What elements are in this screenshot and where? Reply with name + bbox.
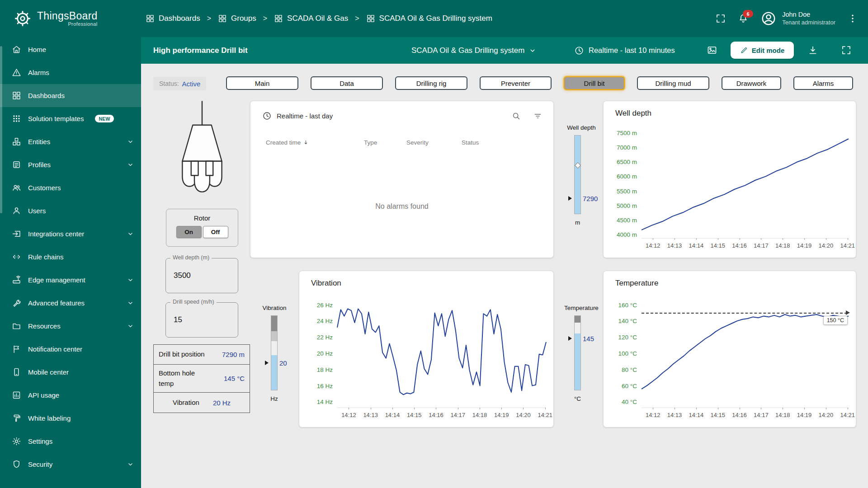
x-axis-tick-mark xyxy=(740,238,740,240)
gauge-title: Temperature xyxy=(560,305,603,311)
gear-logo-icon xyxy=(14,9,32,28)
y-axis-tick-label: 4000 m xyxy=(617,231,637,238)
sidebar-item-advanced-features[interactable]: Advanced features xyxy=(0,291,141,314)
state-button-drawwork[interactable]: Drawwork xyxy=(722,76,781,90)
sidebar-item-home[interactable]: Home xyxy=(0,38,141,61)
sidebar-item-mobile-center[interactable]: Mobile center xyxy=(0,361,141,384)
breadcrumb-label: SCADA Oil & Gas xyxy=(287,14,348,23)
x-axis-tick-mark xyxy=(718,238,718,240)
state-button-preventer[interactable]: Preventer xyxy=(480,76,552,90)
threshold-arrow-icon xyxy=(846,310,850,315)
chevron-down-icon xyxy=(126,299,135,307)
logo[interactable]: ThingsBoard Professional xyxy=(0,9,127,28)
fullscreen-icon[interactable] xyxy=(715,13,726,24)
pencil-icon xyxy=(740,47,748,54)
sidebar-item-rule-chains[interactable]: Rule chains xyxy=(0,245,141,268)
avatar[interactable] xyxy=(760,10,777,27)
sidebar-item-label: Rule chains xyxy=(28,253,63,261)
column-header-created-time[interactable]: Created time xyxy=(266,139,309,146)
gauge-unit: °C xyxy=(560,395,595,402)
state-button-data[interactable]: Data xyxy=(311,76,383,90)
app-header: ThingsBoard Professional Dashboards>Grou… xyxy=(0,0,868,37)
drill-bit-figure xyxy=(166,100,238,207)
sidebar-item-security[interactable]: Security xyxy=(0,453,141,476)
column-header-type[interactable]: Type xyxy=(364,139,377,146)
entity-select[interactable]: SCADA Oil & Gas Drilling system xyxy=(411,37,537,64)
state-button-alarms[interactable]: Alarms xyxy=(793,76,853,90)
sidebar-item-solution-templates[interactable]: Solution templatesNEW xyxy=(0,107,141,130)
breadcrumb-item-groups[interactable]: Groups xyxy=(218,14,256,23)
y-axis-tick-label: 60 °C xyxy=(622,382,637,389)
state-button-drilling-rig[interactable]: Drilling rig xyxy=(395,76,467,90)
gauge-bar[interactable] xyxy=(271,315,278,390)
breadcrumb-item-dashboards[interactable]: Dashboards xyxy=(146,14,200,23)
temperature-chart: Temperature 160 °C140 °C120 °C100 °C80 °… xyxy=(603,271,856,427)
timewindow-label: Realtime - last 10 minutes xyxy=(589,46,675,55)
gauge-title: Vibration xyxy=(256,305,292,311)
gauge-bar[interactable] xyxy=(574,315,581,390)
search-icon[interactable] xyxy=(511,111,521,121)
state-button-main[interactable]: Main xyxy=(226,76,298,90)
breadcrumb-item-scada-oil-gas-drilling-system[interactable]: SCADA Oil & Gas Drilling system xyxy=(366,14,492,23)
breadcrumb-separator: > xyxy=(263,14,267,23)
download-button[interactable] xyxy=(807,45,818,56)
sidebar-item-entities[interactable]: Entities xyxy=(0,130,141,153)
sidebar-item-users[interactable]: Users xyxy=(0,199,141,222)
sidebar-item-api-usage[interactable]: API usage xyxy=(0,384,141,407)
drill-speed-input[interactable]: Drill speed (m/h) 15 xyxy=(165,302,238,338)
more-options-button[interactable] xyxy=(847,13,858,24)
x-axis-tick-label: 14:18 xyxy=(775,412,790,418)
x-axis-tick-mark xyxy=(718,408,718,409)
vibration-gauge: Vibration 20 Hz xyxy=(256,305,292,402)
user-role: Tenant administrator xyxy=(782,19,835,27)
column-header-status[interactable]: Status xyxy=(462,139,479,146)
sidebar-item-notification-center[interactable]: Notification center xyxy=(0,338,141,361)
dashboards-icon xyxy=(12,91,21,100)
gauge-body: 20 xyxy=(256,315,292,390)
image-button[interactable] xyxy=(707,45,717,56)
app-name: ThingsBoard xyxy=(37,10,98,21)
sidebar-item-customers[interactable]: Customers xyxy=(0,176,141,199)
sidebar-item-integrations-center[interactable]: Integrations center xyxy=(0,222,141,245)
sidebar-item-profiles[interactable]: Profiles xyxy=(0,153,141,176)
user-info: John Doe Tenant administrator xyxy=(782,10,835,27)
x-axis-tick-mark xyxy=(349,408,349,409)
rule-chains-icon xyxy=(12,252,21,262)
chevron-down-icon xyxy=(528,46,537,55)
rotor-on-button[interactable]: On xyxy=(176,226,202,238)
toolbar-fullscreen-button[interactable] xyxy=(841,45,852,56)
sidebar-item-label: Dashboards xyxy=(28,92,65,99)
notifications-button[interactable]: 6 xyxy=(738,13,749,24)
timewindow-button[interactable]: Realtime - last 10 minutes xyxy=(574,37,675,64)
sidebar-item-settings[interactable]: Settings xyxy=(0,430,141,453)
breadcrumb-item-scada-oil-gas[interactable]: SCADA Oil & Gas xyxy=(274,14,348,23)
y-axis-tick-label: 4500 m xyxy=(617,217,637,224)
filter-icon[interactable] xyxy=(533,111,542,121)
column-header-severity[interactable]: Severity xyxy=(406,139,429,146)
sidebar-item-label: Users xyxy=(28,207,46,215)
sidebar-item-white-labeling[interactable]: White labeling xyxy=(0,407,141,430)
x-axis-tick-mark xyxy=(675,238,675,240)
state-button-drill-bit[interactable]: Drill bit xyxy=(564,76,625,90)
mobile-icon xyxy=(12,367,21,377)
gauge-unit: Hz xyxy=(256,395,292,402)
status-value: Active xyxy=(182,80,201,88)
table-row: Bottom hole temp145 °C xyxy=(154,365,250,393)
sidebar-item-dashboards[interactable]: Dashboards xyxy=(0,84,141,107)
alarms-timewindow-button[interactable]: Realtime - last day xyxy=(262,111,333,121)
alarms-timewindow-label: Realtime - last day xyxy=(277,112,333,120)
edit-mode-button[interactable]: Edit mode xyxy=(731,42,794,59)
gauge-bar[interactable] xyxy=(574,135,581,214)
sidebar-item-alarms[interactable]: Alarms xyxy=(0,61,141,84)
breadcrumb-label: SCADA Oil & Gas Drilling system xyxy=(379,14,492,23)
state-button-drilling-mud[interactable]: Drilling mud xyxy=(637,76,709,90)
sidebar-item-resources[interactable]: Resources xyxy=(0,314,141,338)
y-axis-tick-label: 120 °C xyxy=(618,334,637,341)
sidebar-item-edge-management[interactable]: Edge management xyxy=(0,268,141,291)
sidebar-item-label: Customers xyxy=(28,184,61,192)
well-depth-chart: Well depth 7500 m7000 m6500 m6000 m5500 … xyxy=(603,101,856,258)
rotor-off-button[interactable]: Off xyxy=(203,226,228,238)
new-badge: NEW xyxy=(95,115,113,122)
alarm-table-header: Created timeTypeSeverityStatus xyxy=(250,139,553,151)
well-depth-input[interactable]: Well depth (m) 3500 xyxy=(165,258,238,293)
